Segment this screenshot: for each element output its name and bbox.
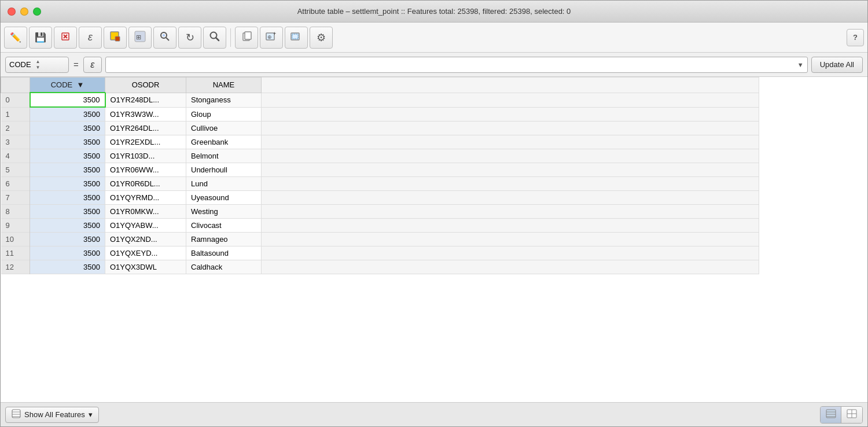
cell-osodr[interactable]: O1YQYABW... (105, 219, 186, 233)
zoom-selection-btn[interactable]: ⊕ + (260, 27, 283, 49)
cell-name[interactable]: Greenbank (186, 135, 262, 149)
cell-name[interactable]: Underhoull (186, 163, 262, 177)
cell-osodr[interactable]: O1YQX3DWL (105, 260, 186, 274)
window-title: Attribute table – settlemt_point :: Feat… (297, 7, 571, 16)
filter-dropdown-arrow-icon[interactable]: ▼ (797, 61, 804, 68)
zoom-selection-icon: ⊕ + (266, 31, 277, 45)
cell-code[interactable]: 3500 (30, 260, 105, 274)
cell-osodr[interactable]: O1YR103D... (105, 149, 186, 163)
cell-osodr[interactable]: O1YQX2ND... (105, 233, 186, 246)
grid-view-icon (847, 408, 857, 421)
cell-osodr[interactable]: O1YR0R6DL... (105, 177, 186, 191)
show-all-features-btn[interactable]: Show All Features ▾ (5, 407, 99, 423)
cell-code[interactable]: 3500 (30, 122, 105, 135)
copy-btn[interactable] (235, 27, 258, 49)
edit-pencil-btn[interactable]: ✏️ (4, 27, 27, 49)
cell-name[interactable]: Baltasound (186, 246, 262, 260)
cell-code[interactable]: 3500 (30, 149, 105, 163)
epsilon-filter-btn[interactable]: ε (83, 57, 102, 73)
cell-empty (262, 246, 759, 260)
refresh-btn[interactable]: ↻ (178, 27, 201, 49)
field-select[interactable]: CODE ▲ ▼ (5, 57, 69, 73)
cell-name[interactable]: Lund (186, 177, 262, 191)
cell-osodr[interactable]: O1YR0MKW... (105, 205, 186, 219)
cell-code[interactable]: 3500 (30, 191, 105, 205)
col-header-code[interactable]: CODE ▼ (30, 78, 105, 93)
cell-empty (262, 191, 759, 205)
cell-osodr[interactable]: O1YR2EXDL... (105, 135, 186, 149)
update-all-btn[interactable]: Update All (811, 57, 863, 73)
delete-icon (60, 31, 71, 44)
minimize-btn[interactable] (20, 8, 28, 16)
table-row: 03500O1YR248DL...Stonganess (1, 93, 759, 107)
cell-code[interactable]: 3500 (30, 205, 105, 219)
cell-osodr[interactable]: O1YR264DL... (105, 122, 186, 135)
delete-btn[interactable] (54, 27, 77, 49)
cell-empty (262, 219, 759, 233)
zoom-map-btn[interactable] (153, 27, 176, 49)
cell-rownum: 6 (1, 177, 30, 191)
cell-rownum: 7 (1, 191, 30, 205)
table-row: 93500O1YQYABW...Clivocast (1, 219, 759, 233)
cell-code[interactable]: 3500 (30, 107, 105, 122)
cell-name[interactable]: Belmont (186, 149, 262, 163)
close-btn[interactable] (8, 8, 16, 16)
cell-name[interactable]: Gloup (186, 107, 262, 122)
filter-input[interactable] (109, 60, 797, 69)
cell-osodr[interactable]: O1YQXEYD... (105, 246, 186, 260)
save-btn[interactable]: 💾 (29, 27, 52, 49)
find-btn[interactable] (203, 27, 226, 49)
cell-osodr[interactable]: O1YR248DL... (105, 93, 186, 107)
zoom-layer-btn[interactable] (285, 27, 308, 49)
help-btn[interactable]: ? (847, 29, 864, 46)
filter-input-wrap[interactable]: ▼ (105, 57, 808, 73)
list-view-btn[interactable] (821, 407, 841, 423)
cell-rownum: 1 (1, 107, 30, 122)
cell-name[interactable]: Cullivoe (186, 122, 262, 135)
titlebar: Attribute table – settlemt_point :: Feat… (1, 1, 867, 23)
cell-code[interactable]: 3500 (30, 163, 105, 177)
table-row: 73500O1YQYRMD...Uyeasound (1, 191, 759, 205)
select-features-btn[interactable] (104, 27, 127, 49)
col-header-rownum (1, 78, 30, 93)
cell-name[interactable]: Uyeasound (186, 191, 262, 205)
cell-rownum: 3 (1, 135, 30, 149)
cell-empty (262, 135, 759, 149)
window-controls (8, 8, 41, 16)
cell-empty (262, 107, 759, 122)
col-header-name[interactable]: NAME (186, 78, 262, 93)
cell-code[interactable]: 3500 (30, 233, 105, 246)
table-row: 103500O1YQX2ND...Ramnageo (1, 233, 759, 246)
cell-empty (262, 93, 759, 107)
cell-osodr[interactable]: O1YR06WW... (105, 163, 186, 177)
grid-view-btn[interactable] (841, 407, 862, 423)
config-btn[interactable]: ⚙ (310, 27, 333, 49)
epsilon-toolbar-icon: ε (88, 31, 93, 43)
cell-name[interactable]: Westing (186, 205, 262, 219)
cell-code[interactable]: 3500 (30, 177, 105, 191)
cell-code[interactable]: 3500 (30, 219, 105, 233)
cell-name[interactable]: Clivocast (186, 219, 262, 233)
cell-empty (262, 177, 759, 191)
cell-code[interactable]: 3500 (30, 246, 105, 260)
cell-code[interactable]: 3500 (30, 93, 105, 107)
expression-btn[interactable]: ε (79, 27, 102, 49)
cell-name[interactable]: Ramnageo (186, 233, 262, 246)
pan-map-btn[interactable]: ⊞ (128, 27, 152, 49)
cell-osodr[interactable]: O1YQYRMD... (105, 191, 186, 205)
col-header-osodr[interactable]: OSODR (105, 78, 186, 93)
table-scroll[interactable]: CODE ▼ OSODR NAME 03500O1YR248DL...Stong… (1, 77, 867, 402)
table-row: 43500O1YR103D...Belmont (1, 149, 759, 163)
toolbar-sep-1 (230, 28, 231, 47)
cell-osodr[interactable]: O1YR3W3W... (105, 107, 186, 122)
svg-rect-4 (115, 36, 120, 41)
maximize-btn[interactable] (33, 8, 41, 16)
cell-code[interactable]: 3500 (30, 135, 105, 149)
show-all-label: Show All Features (24, 410, 85, 419)
cell-empty (262, 122, 759, 135)
pencil-icon: ✏️ (10, 32, 21, 43)
cell-rownum: 4 (1, 149, 30, 163)
svg-point-8 (163, 34, 165, 36)
cell-name[interactable]: Caldhack (186, 260, 262, 274)
cell-name[interactable]: Stonganess (186, 93, 262, 107)
